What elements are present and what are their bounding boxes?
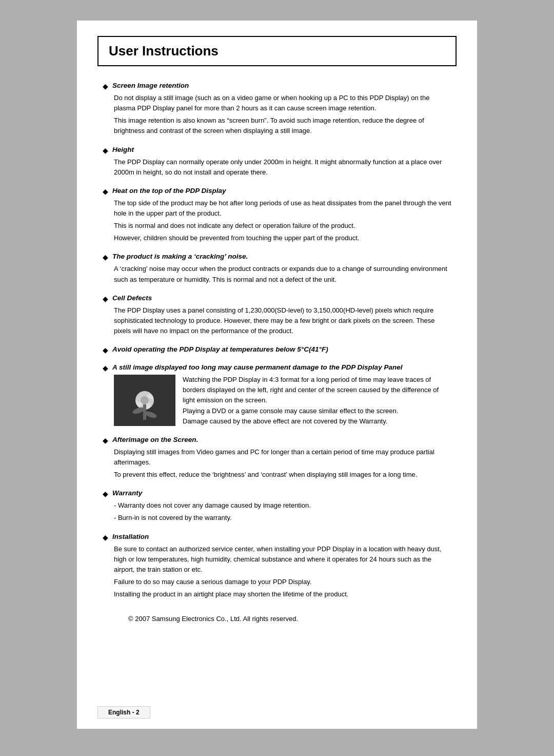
section-title: Afterimage on the Screen. — [112, 436, 198, 443]
section-header: ◆ Warranty — [103, 489, 451, 498]
bullet-icon: ◆ — [103, 146, 108, 154]
section-text: Installing the product in an airtight pl… — [114, 589, 451, 599]
bullet-icon: ◆ — [103, 187, 108, 196]
section-text: To prevent this effect, reduce the ‘brig… — [114, 470, 451, 480]
section-warranty: ◆ Warranty - Warranty does not cover any… — [103, 489, 451, 523]
section-title: Screen Image retention — [112, 82, 189, 89]
section-title: Avoid operating the PDP Display at tempe… — [112, 345, 328, 353]
image-text-line: Damage caused by the above effect are no… — [183, 416, 451, 427]
language-text: English - 2 — [108, 709, 140, 716]
section-text: Do not display a still image (such as on… — [114, 93, 451, 113]
section-title: Installation — [112, 533, 149, 540]
section-body: Be sure to contact an authorized service… — [114, 544, 451, 600]
section-avoid-temperatures: ◆ Avoid operating the PDP Display at tem… — [103, 345, 451, 354]
section-header: ◆ A still image displayed too long may c… — [103, 363, 451, 372]
section-cell-defects: ◆ Cell Defects The PDP Display uses a pa… — [103, 294, 451, 336]
section-text: Failure to do so may cause a serious dam… — [114, 577, 451, 587]
image-text-line: Playing a DVD or a game console may caus… — [183, 406, 451, 416]
bullet-icon: ◆ — [103, 295, 108, 303]
section-text: - Burn-in is not covered by the warranty… — [114, 513, 451, 523]
section-header: ◆ Avoid operating the PDP Display at tem… — [103, 345, 451, 354]
flower-image — [114, 375, 175, 426]
section-body: The top side of the product may be hot a… — [114, 198, 451, 244]
footer-language: English - 2 — [97, 706, 150, 719]
image-text-line: Watching the PDP Display in 4:3 format f… — [183, 375, 451, 405]
section-text: - Warranty does not cover any damage cau… — [114, 500, 451, 511]
section-title: The product is making a ‘cracking’ noise… — [112, 253, 248, 260]
page-title: User Instructions — [109, 43, 219, 59]
section-header: ◆ The product is making a ‘cracking’ noi… — [103, 253, 451, 261]
bullet-icon: ◆ — [103, 364, 108, 372]
bullet-icon: ◆ — [103, 490, 108, 498]
section-text: A ‘cracking’ noise may occur when the pr… — [114, 264, 451, 284]
section-title: Heat on the top of the PDP Display — [112, 187, 226, 195]
title-box: User Instructions — [97, 36, 457, 66]
section-still-image: ◆ A still image displayed too long may c… — [103, 363, 451, 427]
section-text: The PDP Display can normally operate onl… — [114, 157, 451, 178]
section-text: Be sure to contact an authorized service… — [114, 544, 451, 575]
section-body: - Warranty does not cover any damage cau… — [114, 500, 451, 523]
section-heat-top: ◆ Heat on the top of the PDP Display The… — [103, 187, 451, 244]
section-title: Height — [112, 146, 134, 153]
section-text: This image retention is also known as “s… — [114, 115, 451, 136]
section-header: ◆ Cell Defects — [103, 294, 451, 303]
section-header: ◆ Height — [103, 146, 451, 154]
section-header: ◆ Heat on the top of the PDP Display — [103, 187, 451, 196]
bullet-icon: ◆ — [103, 436, 108, 444]
section-body: Do not display a still image (such as on… — [114, 93, 451, 137]
section-header: ◆ Installation — [103, 533, 451, 541]
section-text: The top side of the product may be hot a… — [114, 198, 451, 219]
section-title: Cell Defects — [112, 294, 152, 302]
bullet-icon: ◆ — [103, 82, 108, 90]
section-cracking-noise: ◆ The product is making a ‘cracking’ noi… — [103, 253, 451, 284]
section-header: ◆ Afterimage on the Screen. — [103, 436, 451, 444]
section-installation: ◆ Installation Be sure to contact an aut… — [103, 533, 451, 600]
section-afterimage: ◆ Afterimage on the Screen. Displaying s… — [103, 436, 451, 480]
image-section: Watching the PDP Display in 4:3 format f… — [114, 375, 451, 427]
image-text: Watching the PDP Display in 4:3 format f… — [183, 375, 451, 427]
section-body: A ‘cracking’ noise may occur when the pr… — [114, 264, 451, 284]
section-title: Warranty — [112, 489, 142, 497]
section-text: However, children should be prevented fr… — [114, 233, 451, 243]
footer-copyright: © 2007 Samsung Electronics Co., Ltd. All… — [128, 615, 451, 623]
svg-point-10 — [141, 396, 149, 404]
section-header: ◆ Screen Image retention — [103, 82, 451, 90]
section-body: The PDP Display uses a panel consisting … — [114, 305, 451, 336]
section-body: Displaying still images from Video games… — [114, 447, 451, 480]
page-container: User Instructions ◆ Screen Image retenti… — [77, 21, 477, 729]
copyright-text: © 2007 Samsung Electronics Co., Ltd. All… — [128, 615, 298, 623]
section-screen-image-retention: ◆ Screen Image retention Do not display … — [103, 82, 451, 137]
section-title: A still image displayed too long may cau… — [112, 363, 402, 371]
section-text: Displaying still images from Video games… — [114, 447, 451, 468]
bullet-icon: ◆ — [103, 253, 108, 261]
bullet-icon: ◆ — [103, 346, 108, 354]
section-height: ◆ Height The PDP Display can normally op… — [103, 146, 451, 178]
content-area: ◆ Screen Image retention Do not display … — [77, 82, 477, 623]
section-body: The PDP Display can normally operate onl… — [114, 157, 451, 178]
bullet-icon: ◆ — [103, 533, 108, 541]
section-text: The PDP Display uses a panel consisting … — [114, 305, 451, 336]
section-text: This is normal and does not indicate any… — [114, 221, 451, 231]
